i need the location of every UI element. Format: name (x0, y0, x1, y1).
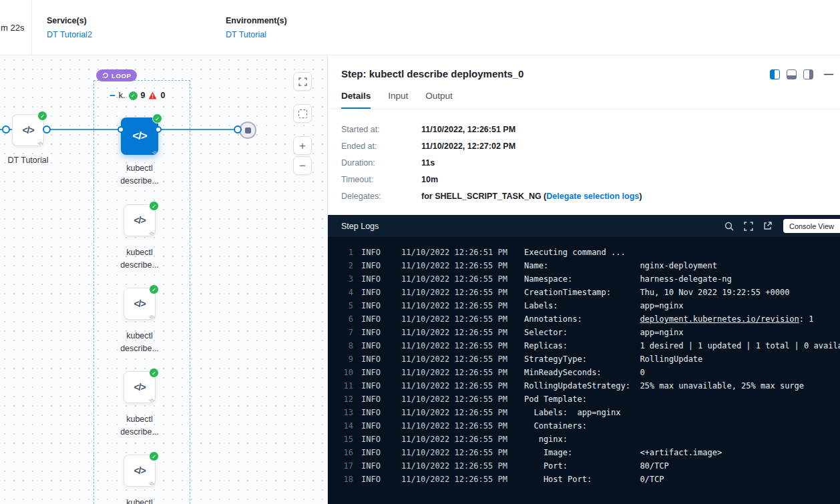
pipeline-node-kubectl[interactable]: </></>✓ (124, 204, 156, 236)
log-line-number: 11 (336, 379, 353, 393)
edge-port (2, 125, 10, 134)
node-label: kubectl describe... (99, 162, 180, 188)
log-message: Pod Template: (524, 393, 840, 406)
panel-header: Step: kubectl describe deployments_0 — (328, 55, 840, 79)
log-line-number: 15 (336, 433, 353, 446)
success-check-icon: ✓ (149, 451, 159, 461)
split-view-icon[interactable] (770, 69, 780, 79)
log-message-text: Containers: (524, 421, 587, 431)
log-timestamp: 11/10/2022 12:26:55 PM (401, 366, 512, 379)
pipeline-canvas[interactable]: LOOP − k. ✓ 9 0 </> </> ✓ DT Tutorial </… (0, 55, 327, 504)
log-message: nginx: (524, 433, 840, 446)
environments-block: Environment(s) DT Tutorial (226, 16, 287, 39)
log-timestamp: 11/10/2022 12:26:55 PM (401, 473, 512, 486)
zoom-out-button[interactable]: − (293, 156, 312, 175)
log-message-text: Labels: app=nginx (524, 408, 621, 417)
pipeline-node-kubectl-selected[interactable]: </> </> ✓ (121, 117, 158, 155)
pipeline-node-dt-tutorial[interactable]: </> </> ✓ (12, 114, 44, 146)
log-message: Labels: app=nginx (524, 299, 840, 312)
tab-input[interactable]: Input (388, 91, 408, 109)
success-check-icon: ✓ (149, 284, 159, 294)
log-timestamp: 11/10/2022 12:26:55 PM (401, 326, 512, 339)
log-timestamp: 11/10/2022 12:26:55 PM (401, 433, 512, 446)
log-message: RollingUpdateStrategy: 25% max unavailab… (524, 379, 840, 393)
log-message-text: Port: 80/TCP (524, 461, 669, 471)
collapse-matrix-button[interactable]: − (110, 91, 116, 99)
logs-fullscreen-icon[interactable] (744, 222, 753, 231)
tab-details[interactable]: Details (341, 91, 371, 109)
canvas-fullscreen-button[interactable] (293, 72, 312, 91)
right-pane-view-icon[interactable] (803, 69, 813, 79)
step-type-icon: </> (152, 150, 157, 155)
log-line-number: 14 (336, 419, 353, 433)
log-timestamp: 11/10/2022 12:26:55 PM (401, 446, 512, 459)
step-title: Step: kubectl describe deployments_0 (341, 68, 827, 79)
success-status-icon: ✓ (129, 91, 138, 100)
step-type-icon: </> (37, 141, 42, 146)
bottom-pane-view-icon[interactable] (787, 69, 797, 79)
log-message-text: Pod Template: (524, 395, 587, 404)
log-line-number: 9 (336, 352, 353, 366)
node-port (118, 126, 124, 133)
log-line: 1INFO11/10/2022 12:26:51 PMExecuting com… (336, 246, 840, 259)
delegate-selection-logs-link[interactable]: Delegate selection logs (546, 192, 639, 201)
log-message-text: Image: <+artifact.image> (524, 448, 722, 457)
log-line: 6INFO11/10/2022 12:26:55 PMAnnotations: … (336, 312, 840, 326)
open-in-new-icon[interactable] (763, 222, 772, 230)
log-message: Executing command ... (524, 246, 840, 259)
duration-value: 11s (421, 158, 827, 168)
log-level: INFO (361, 312, 388, 326)
canvas-select-button[interactable] (293, 104, 312, 123)
log-line: 12INFO11/10/2022 12:26:55 PMPod Template… (336, 393, 840, 406)
console-view-button[interactable]: Console View (783, 219, 840, 233)
log-lines[interactable]: 1INFO11/10/2022 12:26:51 PMExecuting com… (328, 237, 840, 504)
node-label-line: kubectl (99, 162, 180, 175)
log-timestamp: 11/10/2022 12:26:55 PM (401, 419, 512, 433)
log-annotation-link[interactable]: deployment.kubernetes.io/revision (640, 314, 799, 324)
logs-toolbar: Console View (724, 219, 840, 233)
delegates-text: ) (639, 192, 642, 201)
log-line-number: 8 (336, 339, 353, 352)
step-type-icon: </> (149, 231, 154, 236)
services-value-link[interactable]: DT Tutorial2 (47, 30, 92, 39)
log-level: INFO (361, 246, 388, 259)
search-icon[interactable] (724, 222, 734, 231)
log-line: 2INFO11/10/2022 12:26:55 PMName: nginx-d… (336, 259, 840, 272)
node-port (155, 126, 162, 133)
log-line-number: 5 (336, 299, 353, 312)
log-level: INFO (361, 272, 388, 286)
node-label: kubectldescribe... (99, 413, 180, 439)
pipeline-node-kubectl[interactable]: </></>✓ (124, 288, 156, 320)
tab-output[interactable]: Output (425, 91, 453, 109)
log-timestamp: 11/10/2022 12:26:55 PM (401, 379, 512, 393)
marquee-icon (298, 109, 307, 118)
matrix-summary: − k. ✓ 9 0 (110, 91, 165, 100)
environments-value-link[interactable]: DT Tutorial (226, 30, 287, 39)
collapse-panel-button[interactable]: — (824, 69, 833, 79)
shell-script-icon: </> (134, 215, 145, 226)
log-line-number: 12 (336, 393, 353, 406)
log-message-text: Host Port: 0/TCP (524, 475, 664, 484)
step-type-icon: </> (149, 481, 154, 486)
shell-script-icon: </> (134, 465, 145, 476)
log-message: Containers: (524, 419, 840, 433)
log-line: 5INFO11/10/2022 12:26:55 PMLabels: app=n… (336, 299, 840, 312)
log-timestamp: 11/10/2022 12:26:55 PM (401, 312, 512, 326)
node-label-line: kubectl (99, 246, 180, 259)
log-line-number: 13 (336, 406, 353, 419)
step-details-panel: Step: kubectl describe deployments_0 — D… (327, 55, 840, 504)
pipeline-node-kubectl[interactable]: </></>✓ (124, 371, 156, 403)
log-message-text: Name: nginx-deployment (524, 261, 717, 270)
success-check-icon: ✓ (149, 368, 159, 378)
log-line: 16INFO11/10/2022 12:26:55 PM Image: <+ar… (336, 446, 840, 459)
log-message-text: Labels: app=nginx (524, 301, 683, 310)
loop-badge-label: LOOP (112, 72, 131, 79)
app-root: m 22s Service(s) DT Tutorial2 Environmen… (0, 0, 840, 504)
log-line-number: 1 (336, 246, 353, 259)
pipeline-node-kubectl[interactable]: </></>✓ (124, 455, 156, 487)
delegates-label: Delegates: (341, 192, 421, 201)
log-message-text: Executing command ... (524, 248, 626, 257)
log-message: CreationTimestamp: Thu, 10 Nov 2022 19:2… (524, 286, 840, 299)
zoom-in-button[interactable]: + (293, 136, 312, 155)
services-label: Service(s) (47, 16, 92, 25)
